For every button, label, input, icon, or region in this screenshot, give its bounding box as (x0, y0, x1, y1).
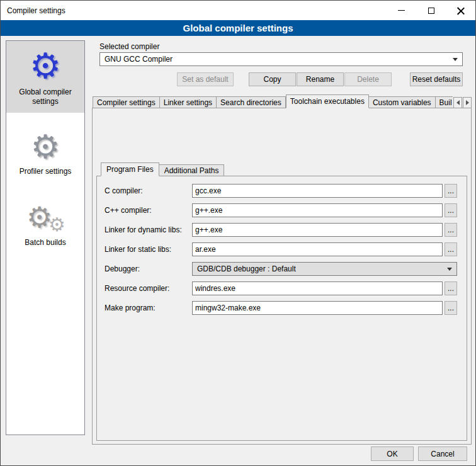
browse-button[interactable]: ... (445, 203, 457, 217)
dynamic-linker-input[interactable] (192, 223, 443, 237)
sidebar-item-batch-builds[interactable]: ⚙ ⚙ Batch builds (6, 193, 84, 254)
browse-button[interactable]: ... (445, 281, 457, 295)
field-row: C++ compiler: ... (105, 203, 467, 217)
tab-build-options[interactable]: Buil (436, 96, 453, 108)
field-row: C compiler: ... (105, 184, 467, 198)
tab-search-directories[interactable]: Search directories (217, 96, 286, 108)
debugger-select-value: GDB/CDB debugger : Default (197, 264, 296, 273)
tab-scroll-right-icon[interactable] (463, 97, 472, 108)
field-row: Resource compiler: ... (105, 281, 467, 295)
delete-button[interactable]: Delete (344, 72, 392, 86)
compiler-settings-dialog: Compiler settings Global compiler settin… (0, 0, 476, 466)
make-program-input[interactable] (192, 301, 443, 315)
compiler-select-value: GNU GCC Compiler (105, 55, 173, 64)
field-label: Resource compiler: (105, 284, 192, 293)
minimize-icon (398, 10, 405, 11)
field-row: Linker for dynamic libs: ... (105, 223, 467, 237)
tab-additional-paths[interactable]: Additional Paths (159, 164, 225, 176)
tab-program-files[interactable]: Program Files (101, 162, 159, 176)
subtab-strip: Program Files Additional Paths (101, 162, 224, 176)
tab-scroll-left-icon[interactable] (453, 97, 462, 108)
c-compiler-input[interactable] (192, 184, 443, 198)
window-title: Compiler settings (7, 6, 65, 15)
chevron-down-icon (453, 58, 458, 61)
batch-builds-icon: ⚙ ⚙ (25, 200, 65, 234)
sidebar-item-global-compiler-settings[interactable]: ⚙ Global compiler settings (6, 41, 84, 113)
field-row: Linker for static libs: ... (105, 242, 467, 256)
static-linker-input[interactable] (192, 242, 443, 256)
titlebar[interactable]: Compiler settings (1, 1, 475, 20)
browse-button[interactable]: ... (445, 223, 457, 237)
cancel-button[interactable]: Cancel (418, 446, 467, 461)
sidebar-item-label: Batch builds (8, 238, 83, 247)
selected-compiler-label: Selected compiler (99, 42, 159, 51)
tab-compiler-settings[interactable]: Compiler settings (93, 96, 160, 108)
maximize-icon (428, 8, 434, 14)
field-label: Make program: (105, 304, 192, 312)
profiler-icon: ⚙ (8, 130, 83, 163)
close-button[interactable] (446, 1, 475, 20)
cpp-compiler-input[interactable] (192, 203, 443, 217)
tab-strip: Compiler settings Linker settings Search… (93, 94, 472, 108)
gear-icon: ⚙ (48, 213, 65, 236)
maximize-button[interactable] (416, 1, 446, 20)
field-row: Debugger: GDB/CDB debugger : Default (105, 262, 467, 276)
field-label: Debugger: (105, 264, 192, 273)
program-files-panel: C compiler: ... C++ compiler: ... Linker… (96, 176, 467, 441)
sidebar-item-label: Global compiler settings (8, 88, 83, 106)
page-title: Global compiler settings (1, 20, 475, 36)
field-label: Linker for static libs: (105, 245, 192, 254)
window-controls (387, 1, 475, 20)
set-as-default-button[interactable]: Set as default (177, 72, 234, 86)
copy-button[interactable]: Copy (249, 72, 296, 86)
sidebar-item-profiler-settings[interactable]: ⚙ Profiler settings (6, 123, 84, 183)
browse-button[interactable]: ... (445, 242, 457, 256)
compiler-select[interactable]: GNU GCC Compiler (99, 52, 463, 66)
tab-linker-settings[interactable]: Linker settings (160, 96, 217, 108)
sidebar-item-label: Profiler settings (8, 167, 83, 176)
field-label: C++ compiler: (105, 206, 192, 215)
browse-button[interactable]: ... (445, 301, 457, 315)
minimize-button[interactable] (387, 1, 416, 20)
field-label: C compiler: (105, 186, 192, 195)
field-label: Linker for dynamic libs: (105, 225, 192, 234)
chevron-down-icon (447, 268, 452, 271)
debugger-select[interactable]: GDB/CDB debugger : Default (192, 262, 457, 276)
tabs: Compiler settings Linker settings Search… (93, 94, 453, 108)
browse-button[interactable]: ... (445, 184, 457, 198)
tab-custom-variables[interactable]: Custom variables (369, 96, 436, 108)
field-row: Make program: ... (105, 301, 467, 315)
settings-category-list: ⚙ Global compiler settings ⚙ Profiler se… (6, 40, 85, 435)
rename-button[interactable]: Rename (297, 72, 344, 86)
tab-toolchain-executables[interactable]: Toolchain executables (286, 94, 369, 108)
gear-icon: ⚙ (8, 48, 83, 84)
ok-button[interactable]: OK (371, 446, 414, 461)
resource-compiler-input[interactable] (192, 281, 443, 295)
reset-defaults-button[interactable]: Reset defaults (410, 72, 463, 86)
close-icon (457, 7, 465, 14)
